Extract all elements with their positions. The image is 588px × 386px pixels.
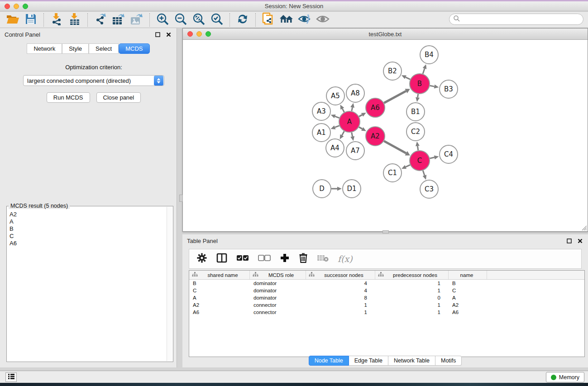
mcds-result-scrollbar[interactable] [167, 207, 172, 361]
table-cell[interactable]: A6 [189, 309, 250, 316]
tab-network[interactable]: Network [27, 43, 62, 54]
graph-edge-A6-B[interactable] [384, 91, 406, 103]
pane-divider-handle-bottom[interactable] [382, 230, 389, 234]
memory-button[interactable]: Memory [546, 372, 584, 382]
network-canvas[interactable]: B4B2BB3A5A8A6A3B1AA1C2A2A4A7CC4C1C3DD1 [183, 40, 588, 231]
table-cell[interactable]: dominator [250, 294, 306, 301]
table-row[interactable]: A2connector11A2 [189, 301, 584, 309]
table-row[interactable]: A6connector11A6 [189, 309, 584, 316]
delete-rows-button[interactable] [299, 253, 308, 265]
graph-edge-B-B2[interactable] [406, 77, 410, 80]
table-cell[interactable]: C [189, 287, 250, 294]
tab-style[interactable]: Style [62, 43, 89, 54]
table-row[interactable]: Adominator80A [189, 294, 584, 301]
column-settings-button[interactable] [196, 253, 207, 265]
zoom-out-button[interactable] [173, 13, 188, 27]
function-builder-button[interactable]: f(x) [338, 254, 353, 264]
column-header-predecessor-nodes[interactable]: predecessor nodes [375, 271, 449, 279]
split-view-button[interactable] [216, 253, 227, 265]
zoom-fit-button[interactable] [191, 13, 206, 27]
graph-edge-A2-C[interactable] [384, 141, 406, 153]
graph-edge-A-A6[interactable] [359, 115, 362, 117]
import-table-button[interactable] [67, 13, 82, 27]
tab-edge-table[interactable]: Edge Table [349, 356, 388, 366]
task-history-button[interactable] [5, 372, 17, 382]
table-cell[interactable]: A2 [449, 301, 487, 309]
network-window-titlebar[interactable]: testGlobe.txt [183, 29, 588, 40]
table-cell[interactable]: A [449, 294, 487, 301]
graph-edge-C-C4[interactable] [430, 157, 434, 158]
save-session-button[interactable] [24, 13, 38, 27]
graph-edge-B-B1[interactable] [418, 94, 418, 98]
zoom-selected-button[interactable] [210, 13, 224, 27]
select-all-checkboxes-button[interactable] [236, 255, 249, 263]
table-cell[interactable]: C [449, 287, 487, 294]
optimization-criterion-select[interactable]: largest connected component (directed) [23, 75, 164, 86]
table-cell[interactable]: 4 [306, 280, 375, 287]
hide-details-button[interactable] [297, 13, 312, 27]
window-resize-grip[interactable] [581, 224, 587, 231]
table-cell[interactable]: B [449, 280, 487, 287]
graph-edge-C-C3[interactable] [423, 171, 425, 176]
delete-table-button[interactable] [317, 254, 329, 264]
table-cell[interactable]: A2 [189, 301, 250, 309]
table-cell[interactable]: dominator [250, 287, 306, 294]
tab-select[interactable]: Select [89, 43, 119, 54]
column-header-name[interactable]: name [449, 271, 487, 279]
export-table-button[interactable] [111, 13, 126, 27]
graph-edge-A-A5[interactable] [342, 109, 344, 112]
column-header-successor-nodes[interactable]: successor nodes [306, 271, 375, 279]
table-cell[interactable]: connector [250, 309, 306, 316]
table-cell[interactable]: 1 [306, 309, 375, 316]
graph-edge-C-C2[interactable] [417, 146, 418, 151]
table-cell[interactable]: dominator [250, 280, 306, 287]
tab-network-table[interactable]: Network Table [388, 356, 435, 366]
table-cell[interactable]: 1 [306, 301, 375, 309]
show-details-button[interactable] [316, 13, 330, 27]
float-panel-button[interactable] [154, 31, 161, 38]
pane-divider-handle-left[interactable] [179, 195, 183, 202]
table-cell[interactable]: 1 [375, 287, 449, 294]
column-header-MCDS-role[interactable]: MCDS role [250, 271, 306, 279]
graph-edge-A-A4[interactable] [342, 131, 344, 135]
tab-node-table[interactable]: Node Table [309, 356, 349, 366]
tab-mcds[interactable]: MCDS [119, 43, 149, 54]
close-mcds-panel-button[interactable]: Close panel [96, 92, 141, 103]
table-cell[interactable]: 4 [306, 287, 375, 294]
graph-edge-C-C1[interactable] [406, 165, 410, 167]
table-cell[interactable]: connector [250, 301, 306, 309]
graph-edge-A-A3[interactable] [335, 116, 339, 118]
export-network-button[interactable] [93, 13, 108, 27]
table-cell[interactable]: 1 [375, 309, 449, 316]
tab-motifs[interactable]: Motifs [435, 356, 462, 366]
graph-edge-A-A2[interactable] [359, 127, 362, 129]
deselect-all-checkboxes-button[interactable] [258, 255, 271, 263]
open-session-button[interactable] [5, 13, 20, 27]
graph-edge-A-A1[interactable] [335, 126, 339, 128]
search-field[interactable] [449, 14, 583, 25]
column-header-shared-name[interactable]: shared name [189, 271, 250, 279]
clone-network-button[interactable] [261, 13, 276, 27]
table-row[interactable]: Cdominator41C [189, 287, 584, 294]
graph-edge-A-A7[interactable] [352, 133, 353, 137]
table-cell[interactable]: A [189, 294, 250, 301]
zoom-in-button[interactable] [155, 13, 170, 27]
table-row[interactable]: Bdominator41B [189, 280, 584, 287]
export-image-button[interactable] [129, 13, 144, 27]
table-cell[interactable]: A6 [449, 309, 487, 316]
table-cell[interactable]: 1 [375, 280, 449, 287]
close-table-panel-button[interactable] [576, 237, 583, 244]
table-cell[interactable]: B [189, 280, 250, 287]
close-panel-button[interactable] [165, 31, 172, 38]
graph-edge-B-B3[interactable] [430, 86, 435, 86]
table-cell[interactable]: 0 [375, 294, 449, 301]
home-view-button[interactable] [279, 13, 294, 27]
graph-edge-B-B4[interactable] [423, 68, 425, 74]
add-row-button[interactable] [280, 253, 290, 265]
table-cell[interactable]: 1 [375, 301, 449, 309]
refresh-button[interactable] [235, 13, 250, 27]
table-cell[interactable]: 8 [306, 294, 375, 301]
float-table-panel-button[interactable] [565, 237, 573, 244]
search-input[interactable] [460, 15, 583, 24]
graph-edge-A-A8[interactable] [352, 107, 353, 111]
